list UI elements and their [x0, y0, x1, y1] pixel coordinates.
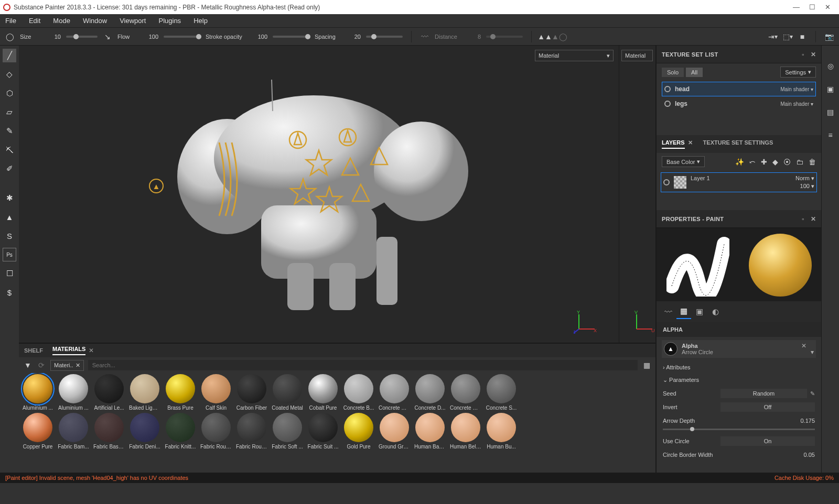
material-item[interactable]: Concrete Si...	[450, 374, 481, 411]
flow-slider[interactable]	[164, 36, 200, 38]
param-seed[interactable]: SeedRandom✎	[657, 387, 821, 400]
close-button[interactable]: ✕	[825, 3, 831, 11]
flow-icon[interactable]: ↘	[103, 32, 112, 41]
material-item[interactable]: Copper Pure	[22, 413, 53, 450]
material-item[interactable]: Aluminium ...	[22, 374, 53, 411]
rail-shader-icon[interactable]: ▤	[826, 107, 835, 117]
texture-set-row-head[interactable]: head Main shader ▾	[662, 82, 816, 96]
picker-tool[interactable]: ✐	[3, 162, 16, 176]
size-value[interactable]: 10	[46, 34, 61, 40]
material-item[interactable]: Fabric Deni...	[129, 413, 160, 450]
shelf-tab-shelf[interactable]: SHELF	[24, 347, 43, 354]
texture-settings-dropdown[interactable]: Settings ▾	[780, 67, 816, 78]
clone-tool[interactable]: ⛏	[3, 143, 16, 157]
material-item[interactable]: Artificial Le...	[93, 374, 125, 411]
attributes-toggle[interactable]: › Attributes	[657, 361, 821, 374]
spacing-value[interactable]: 20	[346, 34, 361, 40]
menu-viewport[interactable]: Viewport	[120, 17, 146, 25]
parameters-toggle[interactable]: ⌄ Parameters	[657, 374, 821, 387]
shelf-filter-chip[interactable]: Materi..✕	[50, 360, 84, 371]
layer-visibility-icon[interactable]	[663, 179, 670, 185]
close-icon[interactable]: ✕	[811, 51, 816, 58]
prop-tab-brush[interactable]: 〰	[661, 304, 675, 319]
maximize-button[interactable]: ☐	[809, 3, 815, 11]
camera-icon[interactable]: ■	[798, 32, 807, 41]
render-icon[interactable]: 📷	[824, 32, 834, 41]
texture-set-row-legs[interactable]: legs Main shader ▾	[662, 96, 816, 111]
opacity-slider[interactable]	[273, 36, 309, 38]
viewport-2d-dropdown[interactable]: Material	[621, 50, 653, 61]
material-item[interactable]: Concrete Cl...	[379, 374, 410, 411]
shelf-search-input[interactable]	[88, 360, 638, 370]
lazy-mouse-icon[interactable]: 〰	[420, 32, 429, 41]
material-item[interactable]: Coated Metal	[272, 374, 303, 411]
add-layer-icon[interactable]: ✚	[761, 158, 767, 166]
viewport-2d[interactable]: Material VU	[619, 46, 655, 343]
material-item[interactable]: Carbon Fiber	[236, 374, 267, 411]
add-fill-icon[interactable]: ◆	[772, 158, 778, 166]
material-item[interactable]: Human Bu...	[486, 413, 517, 450]
material-item[interactable]: Concrete D...	[414, 374, 446, 411]
viewport-mode-dropdown[interactable]: Material▾	[535, 50, 614, 61]
visibility-icon[interactable]	[664, 101, 671, 107]
folder-icon[interactable]: 🗀	[796, 158, 803, 166]
material-item[interactable]: Concrete S...	[486, 374, 517, 411]
eraser-tool[interactable]: ◇	[3, 68, 16, 81]
material-item[interactable]: Fabric Knitt...	[165, 413, 196, 450]
size-slider[interactable]	[66, 36, 98, 38]
material-item[interactable]: Fabric Rough	[200, 413, 232, 450]
minimize-button[interactable]: —	[793, 3, 800, 11]
sync-tool[interactable]: S	[3, 229, 16, 243]
material-item[interactable]: Fabric Roug...	[236, 413, 267, 450]
smudge-tool[interactable]: ✎	[3, 124, 16, 138]
spacing-slider[interactable]	[366, 36, 403, 38]
menu-edit[interactable]: Edit	[29, 17, 40, 25]
symmetry-icon[interactable]: ▲▲	[540, 32, 550, 41]
brush-stamp-icon[interactable]: ◯	[5, 32, 15, 41]
param-use-circle[interactable]: Use CircleOn	[657, 434, 821, 448]
param-invert[interactable]: InvertOff	[657, 400, 821, 414]
tab-layers[interactable]: LAYERS	[662, 139, 685, 149]
align-icon[interactable]: ⇥▾	[768, 32, 778, 41]
undo-icon[interactable]: ⤺	[749, 158, 756, 166]
bake-tool[interactable]: ✱	[3, 191, 16, 205]
material-item[interactable]: Baked Light...	[129, 374, 160, 411]
filter-icon[interactable]: ▼	[23, 360, 33, 370]
material-item[interactable]: Fabric Suit ...	[307, 413, 339, 450]
opacity-value[interactable]: 100	[253, 34, 267, 40]
material-item[interactable]: Cobalt Pure	[307, 374, 339, 411]
alpha-selector[interactable]: ▲ Alpha Arrow Circle ✕ ▾	[662, 340, 816, 358]
rail-display-icon[interactable]: ▣	[826, 84, 835, 94]
perspective-icon[interactable]: ⬚▾	[783, 32, 792, 41]
distance-value[interactable]: 8	[466, 34, 481, 40]
rail-log-icon[interactable]: ≡	[826, 130, 835, 140]
material-item[interactable]: Ground Gra...	[379, 413, 410, 450]
projection-tool[interactable]: ⬡	[3, 86, 16, 100]
photoshop-icon[interactable]: Ps	[3, 248, 16, 261]
rail-histogram-icon[interactable]: ◎	[826, 61, 835, 71]
alpha-dd-icon[interactable]: ▾	[811, 348, 814, 356]
undock-icon[interactable]: ▫	[802, 215, 804, 223]
menu-file[interactable]: File	[5, 17, 16, 25]
material-item[interactable]: Fabric Soft ...	[272, 413, 303, 450]
refresh-icon[interactable]: ⟳	[37, 360, 46, 370]
alpha-clear-icon[interactable]: ✕	[801, 342, 806, 349]
grid-view-icon[interactable]: ▦	[642, 360, 651, 370]
close-icon[interactable]: ✕	[811, 215, 816, 223]
visibility-icon[interactable]	[664, 86, 671, 92]
prop-tab-alpha[interactable]: ▦	[676, 304, 691, 319]
shelf-tab-close[interactable]: ✕	[89, 347, 94, 354]
menu-window[interactable]: Window	[83, 17, 107, 25]
menu-mode[interactable]: Mode	[53, 17, 70, 25]
distance-slider[interactable]	[486, 36, 523, 38]
shelf-tab-materials[interactable]: MATERIALS	[52, 346, 85, 355]
material-item[interactable]: Calf Skin	[200, 374, 232, 411]
tab-texture-settings[interactable]: TEXTURE SET SETTINGS	[703, 139, 773, 149]
polyfill-tool[interactable]: ▱	[3, 105, 16, 119]
menu-plugins[interactable]: Plugins	[158, 17, 181, 25]
fx-icon[interactable]: ✨	[735, 158, 744, 166]
material-item[interactable]: Human Bac...	[414, 413, 446, 450]
solo-button[interactable]: Solo	[662, 68, 684, 77]
symmetry-settings-icon[interactable]: ▲◯	[555, 32, 564, 41]
dollar-tool[interactable]: $	[3, 286, 16, 299]
